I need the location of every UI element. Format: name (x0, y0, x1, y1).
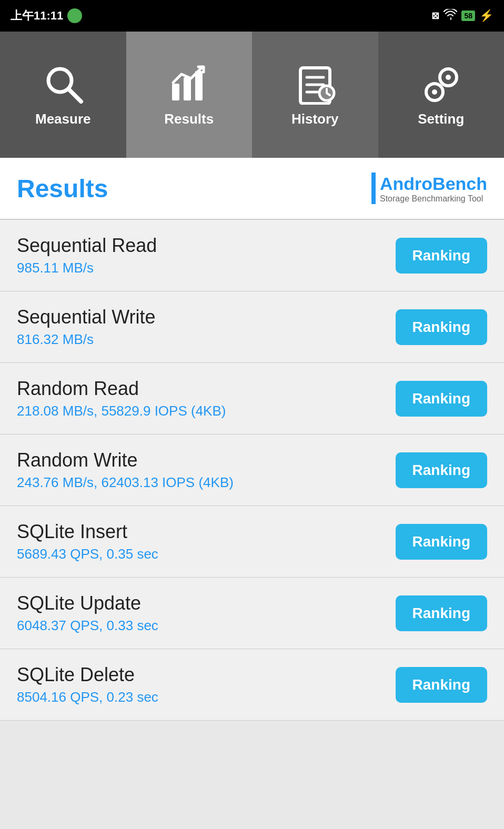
svg-point-13 (432, 89, 437, 95)
logo-accent-bar (371, 173, 376, 204)
benchmark-info: Random Write243.76 MB/s, 62403.13 IOPS (… (17, 449, 234, 491)
ranking-button[interactable]: Ranking (396, 381, 487, 417)
benchmark-value: 816.32 MB/s (17, 331, 155, 348)
benchmark-name: SQLite Insert (17, 521, 158, 543)
benchmark-info: SQLite Insert5689.43 QPS, 0.35 sec (17, 521, 158, 562)
measure-icon (42, 63, 84, 105)
tab-results[interactable]: Results (126, 32, 253, 158)
results-header: Results AndroBench Storage Benchmarking … (0, 158, 504, 220)
benchmark-info: Random Read218.08 MB/s, 55829.9 IOPS (4K… (17, 378, 226, 419)
ranking-button[interactable]: Ranking (396, 667, 487, 703)
benchmark-value: 985.11 MB/s (17, 260, 157, 276)
status-time: 上午11:11 (11, 8, 63, 24)
benchmark-value: 243.76 MB/s, 62403.13 IOPS (4KB) (17, 474, 234, 491)
ranking-button[interactable]: Ranking (396, 524, 487, 560)
benchmark-info: SQLite Update6048.37 QPS, 0.33 sec (17, 592, 158, 634)
screenshot-icon: ⊠ (431, 10, 439, 22)
benchmark-name: SQLite Update (17, 592, 158, 614)
tab-measure[interactable]: Measure (0, 32, 126, 158)
tab-history-label: History (291, 111, 339, 127)
status-right: ⊠ 58 ⚡ (431, 9, 493, 23)
battery-indicator: 58 (461, 11, 475, 21)
benchmark-name: Sequential Read (17, 235, 157, 257)
tab-setting[interactable]: Setting (378, 32, 505, 158)
benchmark-row: Sequential Read985.11 MB/sRanking (0, 220, 504, 291)
tab-results-label: Results (164, 111, 214, 127)
benchmark-info: SQLite Delete8504.16 QPS, 0.23 sec (17, 664, 158, 705)
logo-text-container: AndroBench Storage Benchmarking Tool (380, 174, 487, 204)
benchmark-row: SQLite Delete8504.16 QPS, 0.23 secRankin… (0, 649, 504, 721)
logo-sub-text: Storage Benchmarking Tool (380, 194, 487, 204)
benchmark-value: 6048.37 QPS, 0.33 sec (17, 618, 158, 634)
svg-point-11 (446, 75, 451, 80)
results-title: Results (17, 174, 108, 203)
results-icon (168, 63, 210, 105)
svg-rect-3 (184, 77, 191, 100)
benchmark-value: 218.08 MB/s, 55829.9 IOPS (4KB) (17, 403, 226, 419)
benchmark-row: SQLite Update6048.37 QPS, 0.33 secRankin… (0, 578, 504, 649)
history-icon (294, 63, 336, 105)
benchmark-name: Random Write (17, 449, 234, 471)
setting-icon (420, 63, 462, 105)
tab-bar: Measure Results History Se (0, 32, 504, 158)
logo-main-text: AndroBench (380, 174, 487, 194)
benchmark-info: Sequential Read985.11 MB/s (17, 235, 157, 276)
benchmark-name: Random Read (17, 378, 226, 400)
tab-history[interactable]: History (252, 32, 378, 158)
status-left: 上午11:11 (11, 8, 82, 24)
benchmark-name: Sequential Write (17, 306, 155, 328)
tab-setting-label: Setting (418, 111, 464, 127)
ranking-button[interactable]: Ranking (396, 309, 487, 345)
benchmark-row: Sequential Write816.32 MB/sRanking (0, 291, 504, 363)
svg-rect-4 (195, 71, 203, 100)
benchmark-info: Sequential Write816.32 MB/s (17, 306, 155, 348)
charging-icon: ⚡ (479, 9, 493, 23)
benchmark-list: Sequential Read985.11 MB/sRankingSequent… (0, 220, 504, 721)
ranking-button[interactable]: Ranking (396, 238, 487, 274)
wifi-icon (443, 9, 457, 23)
svg-rect-2 (172, 84, 179, 100)
ranking-button[interactable]: Ranking (396, 452, 487, 488)
tab-measure-label: Measure (35, 111, 91, 127)
status-app-icon (67, 8, 82, 23)
status-bar: 上午11:11 ⊠ 58 ⚡ (0, 0, 504, 32)
androbench-logo: AndroBench Storage Benchmarking Tool (371, 173, 487, 204)
benchmark-row: Random Write243.76 MB/s, 62403.13 IOPS (… (0, 434, 504, 506)
benchmark-row: Random Read218.08 MB/s, 55829.9 IOPS (4K… (0, 363, 504, 434)
benchmark-value: 8504.16 QPS, 0.23 sec (17, 689, 158, 705)
svg-line-1 (68, 89, 81, 102)
ranking-button[interactable]: Ranking (396, 595, 487, 631)
benchmark-row: SQLite Insert5689.43 QPS, 0.35 secRankin… (0, 506, 504, 578)
benchmark-name: SQLite Delete (17, 664, 158, 686)
benchmark-value: 5689.43 QPS, 0.35 sec (17, 546, 158, 562)
